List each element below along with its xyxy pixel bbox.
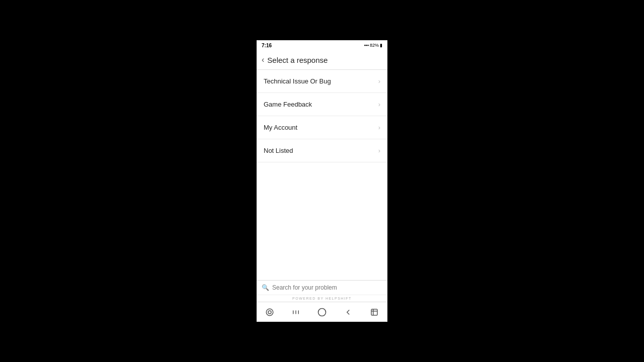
menu-item-label-my-account: My Account — [264, 124, 297, 131]
bottom-nav — [257, 302, 387, 322]
search-icon: 🔍 — [262, 284, 269, 291]
svg-rect-3 — [295, 310, 296, 314]
menu-item-label-not-listed: Not Listed — [264, 147, 293, 154]
menu-list: Technical Issue Or Bug › Game Feedback ›… — [257, 70, 387, 280]
header: ‹ Select a response — [257, 50, 387, 70]
status-battery-text: 82% — [370, 43, 379, 48]
svg-point-5 — [318, 308, 326, 316]
nav-home-button[interactable] — [262, 306, 277, 319]
svg-rect-2 — [293, 310, 294, 314]
nav-back-button[interactable] — [341, 306, 356, 319]
menu-item-technical-issue[interactable]: Technical Issue Or Bug › — [257, 70, 387, 93]
menu-item-label-game-feedback: Game Feedback — [264, 101, 312, 108]
svg-rect-6 — [371, 309, 377, 315]
status-bar: 7:16 ▪▪▪ 82% ▮ — [257, 40, 387, 50]
header-title: Select a response — [267, 56, 328, 64]
menu-item-game-feedback[interactable]: Game Feedback › — [257, 93, 387, 116]
nav-circle-button[interactable] — [314, 306, 330, 319]
chevron-right-icon-account: › — [378, 124, 380, 131]
status-battery-icon: ▮ — [380, 43, 382, 48]
powered-by-bar: POWERED BY HELPSHIFT — [257, 295, 387, 302]
status-time: 7:16 — [262, 43, 272, 48]
powered-by-text: POWERED BY HELPSHIFT — [292, 297, 352, 300]
svg-rect-4 — [298, 310, 299, 314]
menu-item-label-technical-issue: Technical Issue Or Bug — [264, 77, 331, 85]
header-chevron-icon[interactable]: ‹ — [262, 55, 264, 64]
chevron-right-icon-technical: › — [378, 77, 380, 85]
search-input[interactable] — [272, 284, 382, 291]
nav-menu-button[interactable] — [288, 306, 303, 319]
nav-app-button[interactable] — [367, 306, 382, 319]
menu-item-my-account[interactable]: My Account › — [257, 116, 387, 139]
status-signal: ▪▪▪ — [364, 43, 369, 48]
svg-point-0 — [268, 311, 271, 314]
search-bar: 🔍 — [257, 280, 387, 295]
chevron-right-icon-not-listed: › — [378, 147, 380, 154]
status-right-icons: ▪▪▪ 82% ▮ — [364, 43, 382, 48]
svg-point-1 — [266, 309, 273, 316]
menu-item-not-listed[interactable]: Not Listed › — [257, 139, 387, 162]
phone-container: 7:16 ▪▪▪ 82% ▮ ‹ Select a response Techn… — [257, 40, 387, 322]
chevron-right-icon-game: › — [378, 101, 380, 108]
